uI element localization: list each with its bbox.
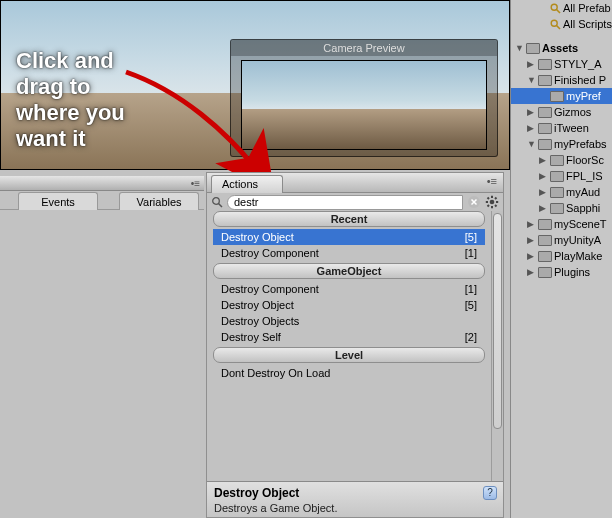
svg-line-15 bbox=[557, 25, 561, 29]
disclosure-triangle[interactable] bbox=[527, 219, 536, 229]
folder-label: myUnityA bbox=[554, 234, 601, 246]
project-tree-item[interactable]: mySceneT bbox=[511, 216, 612, 232]
folder-label: myPref bbox=[566, 90, 601, 102]
actions-scrollbar[interactable] bbox=[491, 211, 503, 481]
disclosure-triangle[interactable] bbox=[527, 251, 536, 261]
action-item-count: [5] bbox=[465, 299, 477, 311]
project-tree-item[interactable]: FloorSc bbox=[511, 152, 612, 168]
folder-label: FPL_IS bbox=[566, 170, 603, 182]
project-tree-item[interactable]: Finished P bbox=[511, 72, 612, 88]
action-item-count: [1] bbox=[465, 247, 477, 259]
svg-line-1 bbox=[219, 204, 223, 208]
magnifier-icon bbox=[550, 3, 561, 14]
folder-icon bbox=[538, 123, 552, 134]
project-tree-item[interactable]: myUnityA bbox=[511, 232, 612, 248]
project-tree-item[interactable]: myAud bbox=[511, 184, 612, 200]
project-tree-item[interactable]: Sapphi bbox=[511, 200, 612, 216]
project-tree-item[interactable]: STYLY_A bbox=[511, 56, 612, 72]
disclosure-triangle[interactable] bbox=[527, 235, 536, 245]
actions-panel: Actions •≡ RecentDestroy Object[5]Destro… bbox=[206, 172, 504, 518]
action-item-count: [5] bbox=[465, 231, 477, 243]
svg-point-12 bbox=[551, 4, 557, 10]
action-item[interactable]: Destroy Component[1] bbox=[213, 245, 485, 261]
folder-label: Gizmos bbox=[554, 106, 591, 118]
disclosure-triangle[interactable] bbox=[527, 59, 536, 69]
folder-label: STYLY_A bbox=[554, 58, 602, 70]
panel-menu-icon[interactable]: •≡ bbox=[487, 175, 497, 187]
help-icon[interactable]: ? bbox=[483, 486, 497, 500]
disclosure-triangle[interactable] bbox=[539, 203, 548, 213]
folder-icon bbox=[538, 75, 552, 86]
folder-icon bbox=[538, 107, 552, 118]
svg-line-10 bbox=[495, 198, 497, 200]
action-item[interactable]: Destroy Component[1] bbox=[213, 281, 485, 297]
project-tree-item[interactable]: myPref bbox=[511, 88, 612, 104]
action-item-label: Destroy Objects bbox=[221, 315, 299, 327]
svg-line-11 bbox=[488, 205, 490, 207]
svg-point-0 bbox=[213, 198, 220, 205]
project-tree-item[interactable]: iTween bbox=[511, 120, 612, 136]
action-item[interactable]: Destroy Object[5] bbox=[213, 229, 485, 245]
camera-preview-title: Camera Preview bbox=[231, 40, 497, 56]
disclosure-triangle[interactable] bbox=[527, 267, 536, 277]
svg-line-8 bbox=[488, 198, 490, 200]
action-group-header[interactable]: Recent bbox=[213, 211, 485, 227]
folder-label: iTween bbox=[554, 122, 589, 134]
action-group-header[interactable]: GameObject bbox=[213, 263, 485, 279]
action-item[interactable]: Destroy Self[2] bbox=[213, 329, 485, 345]
disclosure-triangle[interactable] bbox=[527, 75, 536, 85]
action-item[interactable]: Dont Destroy On Load bbox=[213, 365, 485, 381]
actions-search-input[interactable] bbox=[227, 195, 463, 210]
folder-label: Finished P bbox=[554, 74, 606, 86]
instruction-callout: Click and drag to where you want it bbox=[16, 48, 156, 152]
tab-events[interactable]: Events bbox=[18, 192, 98, 210]
action-item-count: [1] bbox=[465, 283, 477, 295]
project-tree-item[interactable]: PlayMake bbox=[511, 248, 612, 264]
folder-icon bbox=[538, 219, 552, 230]
folder-icon bbox=[538, 251, 552, 262]
actions-tab-bar[interactable]: Actions •≡ bbox=[207, 173, 503, 193]
disclosure-triangle[interactable] bbox=[527, 123, 536, 133]
gear-icon[interactable] bbox=[485, 195, 499, 209]
project-tree-item[interactable]: Gizmos bbox=[511, 104, 612, 120]
fsm-tabs: Events Variables bbox=[0, 192, 204, 210]
action-item-label: Destroy Object bbox=[221, 231, 294, 243]
project-root[interactable]: Assets bbox=[511, 40, 612, 56]
disclosure-triangle[interactable] bbox=[539, 155, 548, 165]
folder-label: FloorSc bbox=[566, 154, 604, 166]
scrollbar-thumb[interactable] bbox=[493, 213, 502, 429]
panel-drag-strip[interactable]: •≡ bbox=[0, 176, 204, 191]
action-info-description: Destroys a Game Object. bbox=[214, 502, 496, 514]
project-tree-item[interactable]: myPrefabs bbox=[511, 136, 612, 152]
actions-list: RecentDestroy Object[5]Destroy Component… bbox=[207, 209, 491, 481]
action-item[interactable]: Destroy Objects bbox=[213, 313, 485, 329]
favorite-item[interactable]: All Prefab bbox=[511, 0, 612, 16]
disclosure-triangle[interactable] bbox=[527, 139, 536, 149]
disclosure-triangle[interactable] bbox=[539, 187, 548, 197]
svg-point-3 bbox=[490, 200, 495, 205]
folder-label: mySceneT bbox=[554, 218, 607, 230]
clear-search-icon[interactable] bbox=[467, 195, 481, 209]
svg-line-13 bbox=[557, 9, 561, 13]
favorite-item[interactable]: All Scripts bbox=[511, 16, 612, 32]
search-icon bbox=[211, 196, 223, 208]
folder-icon bbox=[550, 91, 564, 102]
camera-preview-panel: Camera Preview bbox=[230, 39, 498, 157]
folder-label: myAud bbox=[566, 186, 600, 198]
folder-icon bbox=[550, 203, 564, 214]
action-item-label: Dont Destroy On Load bbox=[221, 367, 330, 379]
action-item[interactable]: Destroy Object[5] bbox=[213, 297, 485, 313]
action-item-label: Destroy Component bbox=[221, 283, 319, 295]
disclosure-triangle[interactable] bbox=[539, 171, 548, 181]
folder-icon bbox=[550, 171, 564, 182]
project-tree-item[interactable]: Plugins bbox=[511, 264, 612, 280]
tab-variables[interactable]: Variables bbox=[119, 192, 199, 210]
project-tree-item[interactable]: FPL_IS bbox=[511, 168, 612, 184]
panel-menu-icon[interactable]: •≡ bbox=[191, 178, 200, 189]
disclosure-triangle[interactable] bbox=[515, 43, 524, 53]
action-item-label: Destroy Component bbox=[221, 247, 319, 259]
action-info-box: Destroy Object Destroys a Game Object. ? bbox=[207, 481, 503, 517]
actions-tab[interactable]: Actions bbox=[211, 175, 283, 193]
action-group-header[interactable]: Level bbox=[213, 347, 485, 363]
disclosure-triangle[interactable] bbox=[527, 107, 536, 117]
